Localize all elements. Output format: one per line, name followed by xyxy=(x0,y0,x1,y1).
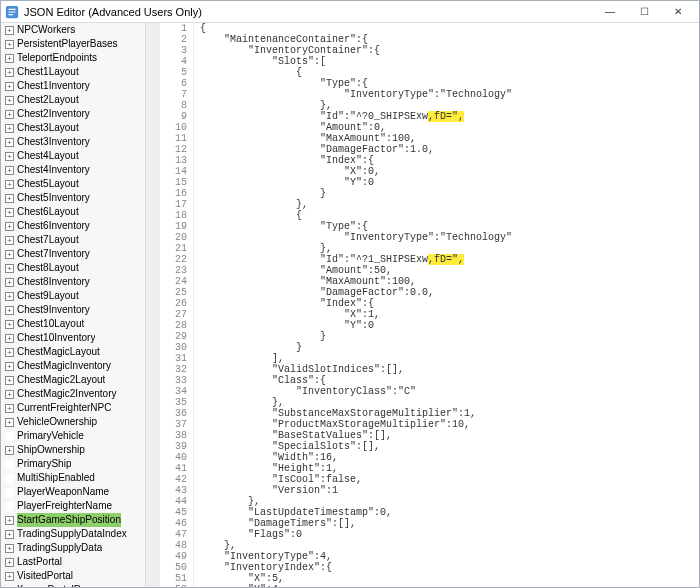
code-line[interactable]: "ProductMaxStorageMultiplier":10, xyxy=(200,419,699,430)
tree-item[interactable]: +TradingSupplyDataIndex xyxy=(1,527,145,541)
code-line[interactable]: "Y":0 xyxy=(200,177,699,188)
code-line[interactable]: "Y":4 xyxy=(200,584,699,587)
expand-icon[interactable]: + xyxy=(5,376,14,385)
code-line[interactable]: "Type":{ xyxy=(200,221,699,232)
expand-icon[interactable]: + xyxy=(5,544,14,553)
expand-icon[interactable]: + xyxy=(5,306,14,315)
code-line[interactable]: "X":5, xyxy=(200,573,699,584)
expand-icon[interactable]: + xyxy=(5,250,14,259)
tree-item[interactable]: +Chest9Inventory xyxy=(1,303,145,317)
code-line[interactable]: ], xyxy=(200,353,699,364)
code-line[interactable]: "InventoryContainer":{ xyxy=(200,45,699,56)
code-line[interactable]: "Slots":[ xyxy=(200,56,699,67)
expand-icon[interactable]: + xyxy=(5,278,14,287)
code-line[interactable]: { xyxy=(200,23,699,34)
code-line[interactable]: } xyxy=(200,188,699,199)
code-line[interactable]: "MaxAmount":100, xyxy=(200,133,699,144)
expand-icon[interactable]: + xyxy=(5,348,14,357)
code-line[interactable]: }, xyxy=(200,397,699,408)
expand-icon[interactable]: + xyxy=(5,320,14,329)
code-line[interactable]: "SubstanceMaxStorageMultiplier":1, xyxy=(200,408,699,419)
code-line[interactable]: }, xyxy=(200,496,699,507)
tree-item[interactable]: +Chest2Inventory xyxy=(1,107,145,121)
expand-icon[interactable]: + xyxy=(5,236,14,245)
expand-icon[interactable]: + xyxy=(5,96,14,105)
tree-item[interactable]: +Chest1Inventory xyxy=(1,79,145,93)
code-line[interactable]: "MaintenanceContainer":{ xyxy=(200,34,699,45)
code-line[interactable]: "Class":{ xyxy=(200,375,699,386)
expand-icon[interactable]: + xyxy=(5,26,14,35)
tree-item[interactable]: PrimaryShip xyxy=(1,457,145,471)
tree-item[interactable]: +CurrentFreighterNPC xyxy=(1,401,145,415)
tree-item[interactable]: +ChestMagicInventory xyxy=(1,359,145,373)
expand-icon[interactable]: + xyxy=(5,334,14,343)
code-line[interactable]: { xyxy=(200,210,699,221)
tree-item[interactable]: +Chest6Layout xyxy=(1,205,145,219)
code-editor[interactable]: 1234567891011121314151617181920212223242… xyxy=(160,23,699,587)
code-line[interactable]: }, xyxy=(200,199,699,210)
expand-icon[interactable]: + xyxy=(5,222,14,231)
code-line[interactable]: "Index":{ xyxy=(200,298,699,309)
code-line[interactable]: "Version":1 xyxy=(200,485,699,496)
tree-item[interactable]: +Chest4Layout xyxy=(1,149,145,163)
tree-item[interactable]: +NPCWorkers xyxy=(1,23,145,37)
expand-icon[interactable]: + xyxy=(5,390,14,399)
code-line[interactable]: "DamageTimers":[], xyxy=(200,518,699,529)
maximize-button[interactable]: ☐ xyxy=(627,2,661,22)
expand-icon[interactable]: + xyxy=(5,418,14,427)
tree-item[interactable]: +Chest10Layout xyxy=(1,317,145,331)
tree-item[interactable]: +TeleportEndpoints xyxy=(1,51,145,65)
code-line[interactable]: "DamageFactor":0.0, xyxy=(200,287,699,298)
tree-item[interactable]: +Chest4Inventory xyxy=(1,163,145,177)
expand-icon[interactable]: + xyxy=(5,180,14,189)
code-line[interactable]: }, xyxy=(200,100,699,111)
code-line[interactable]: } xyxy=(200,342,699,353)
code-line[interactable]: "BaseStatValues":[], xyxy=(200,430,699,441)
expand-icon[interactable]: + xyxy=(5,404,14,413)
expand-icon[interactable]: + xyxy=(5,54,14,63)
code-line[interactable]: "InventoryClass":"C" xyxy=(200,386,699,397)
tree-item[interactable]: +PersistentPlayerBases xyxy=(1,37,145,51)
tree-item[interactable]: +ChestMagic2Layout xyxy=(1,373,145,387)
expand-icon[interactable]: + xyxy=(5,138,14,147)
tree-item[interactable]: +Chest6Inventory xyxy=(1,219,145,233)
tree-item[interactable]: +Chest9Layout xyxy=(1,289,145,303)
minimize-button[interactable]: — xyxy=(593,2,627,22)
code-line[interactable]: "InventoryType":"Technology" xyxy=(200,89,699,100)
tree-item[interactable]: +TradingSupplyData xyxy=(1,541,145,555)
code-line[interactable]: "Id":"^?1_SHIPSExw,fD=", xyxy=(200,254,699,265)
tree-panel[interactable]: +NPCWorkers+PersistentPlayerBases+Telepo… xyxy=(1,23,146,587)
tree-item[interactable]: +Chest5Inventory xyxy=(1,191,145,205)
tree-item[interactable]: +Chest2Layout xyxy=(1,93,145,107)
code-line[interactable]: "Type":{ xyxy=(200,78,699,89)
code-line[interactable]: "X":0, xyxy=(200,166,699,177)
tree-item[interactable]: KnownPortalRunes xyxy=(1,583,145,587)
code-line[interactable]: "X":1, xyxy=(200,309,699,320)
tree-item[interactable]: +VehicleOwnership xyxy=(1,415,145,429)
code-line[interactable]: }, xyxy=(200,243,699,254)
code-line[interactable]: "ValidSlotIndices":[], xyxy=(200,364,699,375)
tree-item[interactable]: PlayerFreighterName xyxy=(1,499,145,513)
tree-item[interactable]: +StartGameShipPosition xyxy=(1,513,145,527)
close-button[interactable]: ✕ xyxy=(661,2,695,22)
expand-icon[interactable]: + xyxy=(5,572,14,581)
tree-item[interactable]: +Chest7Inventory xyxy=(1,247,145,261)
tree-item[interactable]: +Chest8Inventory xyxy=(1,275,145,289)
tree-item[interactable]: +ChestMagicLayout xyxy=(1,345,145,359)
expand-icon[interactable]: + xyxy=(5,208,14,217)
tree-item[interactable]: +ShipOwnership xyxy=(1,443,145,457)
expand-icon[interactable]: + xyxy=(5,362,14,371)
tree-item[interactable]: +Chest5Layout xyxy=(1,177,145,191)
expand-icon[interactable]: + xyxy=(5,516,14,525)
tree-item[interactable]: +Chest1Layout xyxy=(1,65,145,79)
tree-item[interactable]: +Chest3Layout xyxy=(1,121,145,135)
expand-icon[interactable]: + xyxy=(5,530,14,539)
code-line[interactable]: "InventoryType":4, xyxy=(200,551,699,562)
code-line[interactable]: "Amount":50, xyxy=(200,265,699,276)
code-line[interactable]: "DamageFactor":1.0, xyxy=(200,144,699,155)
tree-item[interactable]: +LastPortal xyxy=(1,555,145,569)
code-line[interactable]: "Id":"^?0_SHIPSExw,fD=", xyxy=(200,111,699,122)
code-line[interactable]: "SpecialSlots":[], xyxy=(200,441,699,452)
expand-icon[interactable]: + xyxy=(5,446,14,455)
expand-icon[interactable]: + xyxy=(5,166,14,175)
